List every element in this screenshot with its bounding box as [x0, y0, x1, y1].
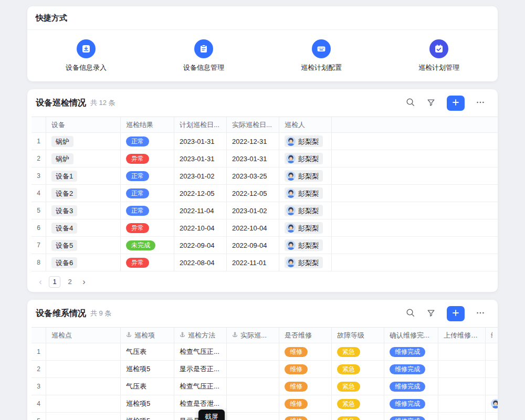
inspection-cell[interactable]: 正常: [121, 185, 174, 202]
inspection-cell[interactable]: 彭梨梨: [279, 254, 332, 271]
shortcut-item-1[interactable]: 设备信息录入: [27, 39, 145, 72]
maintenance-column-header[interactable]: 实际巡...: [227, 328, 279, 343]
maintenance-cell[interactable]: 气压表: [121, 343, 174, 360]
inspection-row[interactable]: 3设备1正常2023-01-022023-03-25彭梨梨: [32, 167, 498, 185]
inspection-cell[interactable]: 2022-12-05: [227, 185, 279, 202]
maintenance-cell[interactable]: 维修: [279, 361, 332, 377]
inspection-column-header[interactable]: 实际巡检日...: [227, 117, 279, 132]
inspection-row[interactable]: 7设备5未完成2022-09-042022-09-04彭梨梨: [32, 237, 498, 254]
inspection-row[interactable]: 2锅炉异常2023-01-312023-01-31彭梨梨: [32, 150, 498, 167]
maintenance-cell[interactable]: [46, 361, 121, 377]
inspection-row[interactable]: 1锅炉正常2023-01-312022-12-31彭梨梨: [32, 133, 498, 150]
maintenance-column-header[interactable]: 巡检项: [121, 328, 174, 343]
page-button-1[interactable]: 1: [49, 276, 60, 288]
inspection-cell[interactable]: 设备4: [46, 219, 121, 236]
maintenance-cell[interactable]: 维修: [279, 395, 332, 412]
device-chip[interactable]: 设备4: [51, 223, 77, 234]
maintenance-cell[interactable]: [438, 395, 486, 412]
device-chip[interactable]: 设备6: [51, 257, 77, 268]
inspection-cell[interactable]: 2022-09-04: [174, 237, 227, 254]
maintenance-cell[interactable]: 巡检项5: [121, 413, 174, 420]
page-button-2[interactable]: 2: [64, 276, 76, 288]
inspection-cell[interactable]: 2023-01-31: [227, 150, 279, 167]
maintenance-cell[interactable]: [486, 361, 498, 377]
maintenance-row[interactable]: 5巡检项5显示是否正...维修紧急维修完成: [32, 413, 498, 420]
screenshot-tooltip[interactable]: 截屏: [198, 410, 225, 420]
maintenance-cell[interactable]: 检查气压正...: [174, 378, 227, 395]
device-chip[interactable]: 设备2: [51, 188, 77, 199]
person-chip[interactable]: 彭梨梨: [285, 153, 323, 164]
maintenance-cell[interactable]: [486, 413, 498, 420]
maintenance-cell[interactable]: 维修完成: [384, 413, 438, 420]
maintenance-cell[interactable]: 维修: [279, 343, 332, 360]
inspection-cell[interactable]: 2022-12-31: [227, 133, 279, 150]
person-chip[interactable]: 彭梨梨: [285, 205, 323, 216]
maintenance-row[interactable]: 2巡检项5显示是否正...维修紧急维修完成: [32, 361, 498, 378]
maintenance-cell[interactable]: [486, 378, 498, 395]
device-chip[interactable]: 锅炉: [51, 153, 74, 164]
maintenance-column-header[interactable]: 故障等级: [332, 328, 384, 343]
maintenance-cell[interactable]: 紧急: [332, 343, 384, 360]
inspection-row[interactable]: 5设备3正常2022-11-042023-01-02彭梨梨: [32, 202, 498, 219]
more-button[interactable]: [476, 308, 485, 319]
maintenance-row[interactable]: 3气压表检查气压正...维修紧急维修完成: [32, 378, 498, 395]
more-button[interactable]: [476, 98, 485, 109]
filter-button[interactable]: [426, 308, 436, 319]
maintenance-cell[interactable]: 维修完成: [384, 395, 438, 412]
person-chip[interactable]: 彭梨梨: [285, 170, 323, 182]
maintenance-cell[interactable]: [227, 343, 279, 360]
inspection-cell[interactable]: [332, 185, 498, 202]
maintenance-cell[interactable]: 气压表: [121, 378, 174, 395]
inspection-cell[interactable]: [332, 167, 498, 184]
add-record-button[interactable]: [447, 96, 465, 111]
inspection-cell[interactable]: [332, 219, 498, 236]
inspection-cell[interactable]: 彭梨梨: [279, 167, 332, 184]
inspection-cell[interactable]: 设备5: [46, 237, 121, 254]
maintenance-cell[interactable]: [227, 361, 279, 377]
maintenance-column-header[interactable]: 是否维修: [279, 328, 332, 343]
filter-button[interactable]: [426, 98, 436, 109]
maintenance-cell[interactable]: 维修完成: [384, 361, 438, 377]
maintenance-cell[interactable]: 紧急: [332, 413, 384, 420]
maintenance-cell[interactable]: [227, 395, 279, 412]
inspection-cell[interactable]: 正常: [121, 202, 174, 219]
maintenance-row[interactable]: 4巡检项5检查是否泄...维修紧急维修完成: [32, 395, 498, 413]
maintenance-cell[interactable]: [227, 378, 279, 395]
inspection-row[interactable]: 4设备2正常2022-12-052022-12-05彭梨梨: [32, 185, 498, 202]
inspection-cell[interactable]: 2022-08-04: [174, 254, 227, 271]
shortcut-item-3[interactable]: 巡检计划配置: [262, 39, 380, 72]
maintenance-cell[interactable]: [227, 413, 279, 420]
inspection-cell[interactable]: 2022-12-05: [174, 185, 227, 202]
add-record-button[interactable]: [447, 306, 465, 321]
inspection-cell[interactable]: 彭梨梨: [279, 219, 332, 236]
inspection-cell[interactable]: [332, 237, 498, 254]
person-chip[interactable]: 彭梨梨: [285, 257, 323, 268]
inspection-cell[interactable]: 2023-01-02: [174, 167, 227, 184]
person-chip[interactable]: 彭梨梨: [285, 187, 323, 199]
inspection-cell[interactable]: 彭梨梨: [279, 133, 332, 150]
inspection-cell[interactable]: 2022-11-04: [174, 202, 227, 219]
maintenance-cell[interactable]: 维修: [279, 378, 332, 395]
inspection-cell[interactable]: 2022-10-04: [227, 219, 279, 236]
inspection-cell[interactable]: 2023-01-31: [174, 150, 227, 167]
inspection-cell[interactable]: 异常: [121, 219, 174, 236]
search-button[interactable]: [405, 97, 415, 109]
maintenance-cell[interactable]: [438, 378, 486, 395]
maintenance-cell[interactable]: 紧急: [332, 378, 384, 395]
inspection-cell[interactable]: 2022-10-04: [174, 219, 227, 236]
device-chip[interactable]: 设备5: [51, 240, 77, 251]
inspection-cell[interactable]: 设备6: [46, 254, 121, 271]
shortcut-item-4[interactable]: 巡检计划管理: [380, 39, 498, 72]
maintenance-cell[interactable]: [46, 413, 121, 420]
inspection-cell[interactable]: 设备2: [46, 185, 121, 202]
maintenance-cell[interactable]: 维修完成: [384, 343, 438, 360]
inspection-cell[interactable]: 正常: [121, 167, 174, 184]
maintenance-column-header[interactable]: 确认维修完...: [384, 328, 438, 343]
device-chip[interactable]: 设备1: [51, 171, 77, 182]
inspection-cell[interactable]: 彭梨梨: [279, 202, 332, 219]
inspection-cell[interactable]: 2023-01-31: [174, 133, 227, 150]
maintenance-cell[interactable]: [46, 395, 121, 412]
person-chip[interactable]: 彭梨梨: [285, 222, 323, 234]
inspection-cell[interactable]: 异常: [121, 150, 174, 167]
inspection-cell[interactable]: 未完成: [121, 237, 174, 254]
